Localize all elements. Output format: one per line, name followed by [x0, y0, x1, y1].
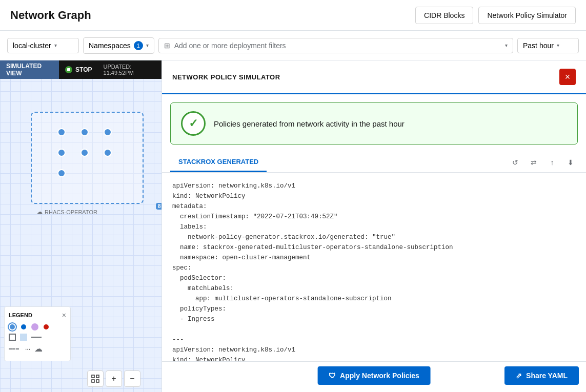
page-title: Network Graph: [10, 9, 91, 22]
tabs-bar: STACKROX GENERATED ↺ ⇄ ↑ ⬇: [162, 153, 586, 173]
cluster-select[interactable]: local-cluster ▾: [7, 38, 79, 53]
legend-namespace-icon: [9, 334, 16, 341]
apply-label: Apply Network Policies: [340, 372, 419, 380]
toolbar: local-cluster ▾ Namespaces 1 ▾ ⊞ Add one…: [0, 31, 586, 60]
legend-dashed-connection-icon: [9, 348, 19, 349]
zoom-controls: + −: [87, 370, 140, 387]
legend-title: LEGEND: [9, 312, 32, 318]
simulated-view-label: SIMULATED VIEW: [0, 60, 59, 79]
cidr-blocks-button[interactable]: CIDR Blocks: [415, 7, 473, 24]
cluster-label: local-cluster: [13, 42, 51, 50]
stop-button[interactable]: STOP: [59, 66, 98, 73]
time-label: Past hour: [523, 42, 554, 50]
node-dot: [80, 149, 89, 157]
simulator-panel-title: NETWORK POLICY SIMULATOR: [172, 73, 280, 81]
apply-network-policies-button[interactable]: 🛡 Apply Network Policies: [317, 366, 431, 385]
undo-button[interactable]: ↺: [508, 155, 522, 170]
success-circle-icon: ✓: [181, 111, 206, 136]
legend-header: LEGEND ×: [9, 311, 66, 319]
node-dot: [104, 128, 112, 136]
bottom-bar: 🛡 Apply Network Policies ⇗ Share YAML: [162, 361, 586, 392]
time-select[interactable]: Past hour ▾: [517, 38, 579, 53]
filter-icon: ⊞: [164, 42, 170, 50]
legend-panel: LEGEND × ··· ☁: [4, 306, 71, 361]
node-dot: [80, 128, 89, 136]
apply-icon: 🛡: [329, 372, 336, 380]
updated-text: UPDATED: 11:49:52PM: [98, 64, 161, 76]
namespace-name: RHACS-OPERATOR: [45, 209, 97, 215]
legend-row-active: [9, 323, 66, 331]
download-button[interactable]: ⬇: [563, 155, 578, 170]
share-yaml-button[interactable]: ⇗ Share YAML: [504, 366, 579, 385]
network-policy-simulator-button[interactable]: Network Policy Simulator: [478, 7, 576, 24]
success-message: Policies generated from network activity…: [214, 119, 405, 128]
upload-button[interactable]: ↑: [545, 155, 559, 170]
legend-default-node-icon: [20, 323, 27, 331]
svg-rect-2: [92, 380, 94, 382]
legend-row-shapes: [9, 334, 66, 341]
namespaces-count-badge: 1: [134, 41, 143, 50]
simulator-panel-header: NETWORK POLICY SIMULATOR ×: [162, 60, 586, 94]
fit-to-screen-button[interactable]: [87, 370, 104, 387]
graph-panel: SIMULATED VIEW STOP UPDATED: 11:49:52PM: [0, 60, 162, 392]
app-header: Network Graph CIDR Blocks Network Policy…: [0, 0, 586, 31]
namespaces-label: Namespaces: [89, 42, 131, 50]
svg-rect-3: [96, 380, 99, 382]
zoom-out-button[interactable]: −: [124, 370, 140, 387]
tab-actions: ↺ ⇄ ↑ ⬇: [508, 155, 578, 170]
node-count-badge: 8: [156, 203, 162, 210]
simulated-view-bar: SIMULATED VIEW STOP UPDATED: 11:49:52PM: [0, 60, 161, 79]
namespaces-chevron-icon: ▾: [146, 43, 149, 48]
time-chevron-icon: ▾: [557, 43, 559, 48]
header-actions: CIDR Blocks Network Policy Simulator: [415, 7, 576, 24]
cloud-icon: ☁: [37, 209, 43, 215]
legend-alert-node-icon: [43, 323, 50, 331]
legend-close-button[interactable]: ×: [62, 311, 66, 319]
stop-label: STOP: [75, 66, 92, 73]
stackrox-generated-tab[interactable]: STACKROX GENERATED: [170, 153, 267, 172]
filter-chevron-icon: ▾: [505, 43, 508, 48]
namespaces-select[interactable]: Namespaces 1 ▾: [83, 37, 154, 54]
legend-cloud-icon: ☁: [34, 344, 43, 354]
svg-rect-1: [96, 375, 99, 378]
stop-circle-icon: [65, 66, 72, 73]
node-dot: [57, 149, 66, 157]
main-area: SIMULATED VIEW STOP UPDATED: 11:49:52PM: [0, 60, 586, 392]
cluster-chevron-icon: ▾: [54, 43, 57, 48]
zoom-in-button[interactable]: +: [106, 370, 122, 387]
share-label: Share YAML: [526, 372, 568, 380]
legend-connection-icon: [31, 337, 42, 338]
namespace-label: ☁ RHACS-OPERATOR: [37, 209, 97, 215]
filter-bar[interactable]: ⊞ Add one or more deployment filters ▾: [158, 38, 513, 53]
simulator-close-button[interactable]: ×: [559, 69, 576, 85]
namespace-cluster: ☁ RHACS-OPERATOR: [31, 112, 144, 204]
legend-active-node-icon: [9, 323, 16, 331]
filter-placeholder: Add one or more deployment filters: [174, 42, 505, 50]
yaml-code-area[interactable]: apiVersion: networking.k8s.io/v1 kind: N…: [162, 173, 586, 361]
stop-square-icon: [67, 68, 70, 71]
node-dot: [57, 128, 66, 136]
node-dot: [57, 169, 66, 177]
share-icon: ⇗: [516, 372, 522, 380]
simulator-panel: NETWORK POLICY SIMULATOR × ✓ Policies ge…: [162, 60, 586, 392]
legend-external-node-icon: [31, 323, 38, 331]
legend-dots-icon: ···: [25, 345, 30, 353]
legend-selected-ns-icon: [20, 334, 27, 341]
legend-row-misc: ··· ☁: [9, 344, 66, 354]
success-banner: ✓ Policies generated from network activi…: [170, 102, 578, 145]
svg-rect-0: [92, 375, 94, 378]
checkmark-icon: ✓: [189, 117, 198, 130]
compare-button[interactable]: ⇄: [527, 155, 541, 170]
node-dot: [104, 149, 112, 157]
